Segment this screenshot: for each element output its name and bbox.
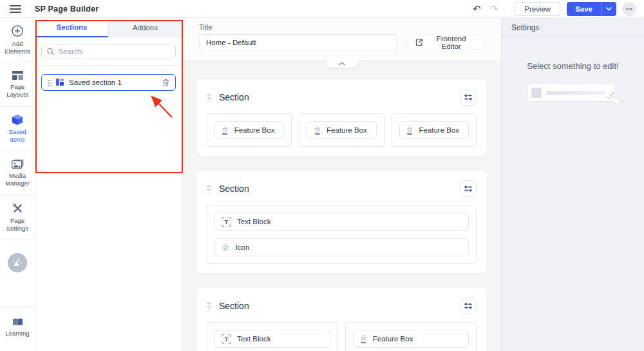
media-image-icon — [12, 159, 24, 169]
cursor-illustration — [604, 90, 626, 114]
drag-handle-icon[interactable] — [207, 302, 211, 310]
placeholder-line — [546, 91, 605, 95]
saved-items-panel: Sections Addons Saved section 1 — [35, 18, 182, 351]
section-column[interactable]: T Text Block — [207, 322, 338, 351]
addon-text-block[interactable]: T Text Block — [214, 213, 469, 231]
cursor-icon — [604, 90, 626, 111]
addon-label: Feature Box — [234, 126, 275, 134]
plus-circle-icon — [12, 25, 23, 37]
sidebar-item-add-elements[interactable]: Add Elements — [0, 18, 35, 62]
layout-icon — [12, 71, 23, 80]
section-options-button[interactable] — [460, 180, 477, 197]
section-column[interactable]: T Text Block ☆ Icon — [207, 205, 477, 264]
select-something-illustration — [528, 84, 618, 101]
addon-label: Feature Box — [373, 335, 413, 343]
chevron-down-icon — [606, 7, 612, 11]
panel-tabs: Sections Addons — [35, 18, 182, 37]
sidebar-item-media-manager[interactable]: Media Manager — [0, 151, 35, 196]
text-block-icon: T — [222, 217, 231, 227]
addon-feature-box[interactable]: ☆ Feature Box — [307, 121, 376, 139]
addon-icon[interactable]: ☆ Icon — [214, 238, 469, 256]
hamburger-menu-icon[interactable] — [10, 5, 21, 13]
section-title: Section — [219, 301, 460, 311]
sidebar-item-saved-items[interactable]: Saved Items — [0, 107, 35, 151]
addon-label: Text Block — [237, 218, 270, 225]
frontend-editor-label: Frontend Editor — [427, 35, 475, 50]
frontend-editor-button[interactable]: Frontend Editor — [406, 35, 484, 50]
saved-section-item[interactable]: Saved section 1 — [41, 74, 176, 91]
more-options-button[interactable]: ••• — [622, 2, 636, 16]
text-block-icon: T — [222, 334, 231, 344]
addon-feature-box[interactable]: ☆ Feature Box — [353, 330, 469, 348]
save-dropdown-button[interactable] — [601, 2, 616, 16]
saved-box-icon — [12, 115, 23, 125]
app-title: SP Page Builder — [35, 5, 99, 14]
redo-icon: ↷ — [490, 4, 498, 14]
search-icon — [47, 48, 54, 55]
section-card[interactable]: Section T Text Block — [196, 288, 487, 351]
sliders-icon — [464, 185, 472, 192]
sidebar-item-page-layouts[interactable]: Page Layouts — [0, 62, 35, 107]
sidebar-item-label: Page Settings — [1, 217, 33, 232]
search-input[interactable] — [59, 48, 170, 55]
drag-handle-icon[interactable] — [207, 185, 211, 193]
editor-canvas: Title Frontend Editor — [182, 18, 501, 351]
external-link-icon — [415, 39, 422, 46]
sidebar-item-label: Page Layouts — [1, 83, 33, 99]
feature-box-icon: ☆ — [314, 126, 321, 135]
placeholder-bar — [528, 84, 614, 101]
section-column[interactable]: ☆ Feature Box — [207, 113, 292, 147]
section-options-button[interactable] — [460, 298, 477, 314]
broom-icon — [13, 258, 22, 267]
sidebar-item-label: Add Elements — [1, 40, 33, 55]
addon-feature-box[interactable]: ☆ Feature Box — [214, 121, 284, 139]
book-icon — [12, 318, 23, 327]
drag-handle-icon[interactable] — [207, 93, 211, 101]
tools-icon — [12, 203, 23, 214]
feature-box-icon: ☆ — [406, 126, 413, 135]
tab-addons[interactable]: Addons — [108, 18, 182, 37]
sidebar-utility-zone — [0, 240, 35, 307]
save-button-group: Save — [567, 2, 616, 16]
sliders-icon — [464, 303, 472, 309]
sidebar-item-label: Learning — [6, 330, 30, 337]
settings-empty-message: Select something to edit! — [502, 61, 644, 71]
saved-sections-list: Saved section 1 — [35, 66, 182, 99]
sidebar-item-page-settings[interactable]: Page Settings — [0, 196, 35, 240]
feature-box-icon: ☆ — [222, 126, 229, 135]
search-box[interactable] — [41, 44, 176, 59]
section-column[interactable]: ☆ Feature Box — [392, 113, 477, 147]
section-grid-icon — [56, 79, 64, 86]
preview-button[interactable]: Preview — [515, 2, 560, 16]
tab-sections[interactable]: Sections — [35, 18, 108, 37]
section-column[interactable]: ☆ Feature Box — [299, 113, 384, 147]
section-options-button[interactable] — [460, 89, 477, 106]
addon-text-block[interactable]: T Text Block — [214, 330, 330, 348]
canvas-header: Title Frontend Editor — [182, 18, 501, 61]
addon-feature-box[interactable]: ☆ Feature Box — [399, 121, 469, 139]
search-zone — [35, 37, 182, 66]
addon-label: Icon — [236, 243, 250, 251]
top-bar: SP Page Builder ↶ ↷ Preview Save ••• — [0, 0, 644, 18]
section-title: Section — [219, 92, 460, 102]
star-icon: ☆ — [222, 243, 230, 252]
trash-icon[interactable] — [162, 79, 169, 86]
collapse-header-button[interactable] — [327, 59, 357, 68]
chevron-up-icon — [338, 62, 345, 66]
drag-handle-icon[interactable] — [48, 79, 52, 86]
addon-label: Text Block — [237, 335, 270, 343]
sp-page-builder-app: SP Page Builder ↶ ↷ Preview Save ••• Add… — [0, 0, 644, 351]
section-card[interactable]: Section T Text Block — [196, 171, 487, 273]
page-title-input[interactable] — [199, 34, 397, 50]
sidebar-item-learning[interactable]: Learning — [0, 307, 35, 351]
sliders-icon — [464, 94, 472, 100]
clear-cache-button[interactable] — [8, 253, 27, 272]
addon-label: Feature Box — [419, 126, 459, 134]
section-column[interactable]: ☆ Feature Box — [345, 322, 477, 351]
undo-icon[interactable]: ↶ — [473, 4, 481, 14]
feature-box-icon: ☆ — [360, 334, 367, 343]
save-button[interactable]: Save — [567, 2, 601, 16]
addon-label: Feature Box — [327, 126, 367, 134]
placeholder-square — [531, 88, 542, 98]
section-card[interactable]: Section ☆ Feature Box — [196, 79, 487, 156]
